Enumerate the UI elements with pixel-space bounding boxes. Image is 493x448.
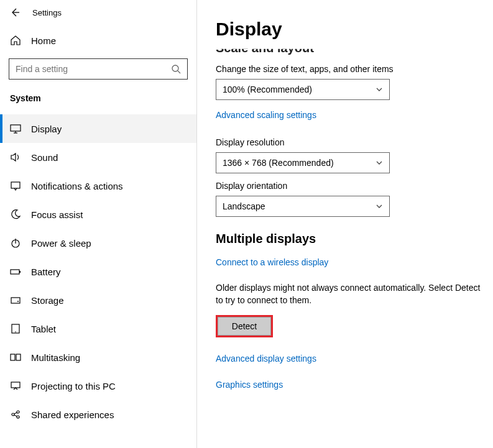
sidebar-item-label: Focus assist [31,209,83,220]
resolution-field-label: Display resolution [216,137,481,147]
sound-icon [10,152,21,163]
app-title: Settings [32,8,62,17]
projecting-icon [10,380,21,391]
page-title: Display [216,19,481,40]
sidebar-item-label: Power & sleep [31,238,91,249]
sidebar-item-shared-experiences[interactable]: Shared experiences [0,400,196,429]
sidebar-item-label: Multitasking [31,352,80,363]
back-arrow-icon[interactable] [10,7,20,17]
sidebar-item-projecting[interactable]: Projecting to this PC [0,372,196,400]
chevron-down-icon [376,203,383,210]
home-label: Home [31,35,56,46]
older-displays-text: Older displays might not always connect … [216,282,481,306]
sidebar-item-battery[interactable]: Battery [0,257,196,286]
sidebar-item-label: Display [31,124,62,134]
svg-line-2 [178,71,180,73]
focus-assist-icon [10,209,21,220]
search-box[interactable] [9,58,188,80]
advanced-display-link[interactable]: Advanced display settings [216,354,316,363]
sidebar-item-label: Tablet [31,324,56,334]
notifications-icon [10,180,21,191]
home-nav[interactable]: Home [0,27,196,53]
search-input[interactable] [16,64,171,74]
svg-point-1 [172,65,178,71]
search-icon [171,64,181,74]
tablet-icon [10,323,21,334]
scale-select-value: 100% (Recommended) [223,85,312,94]
sidebar-item-label: Shared experiences [31,409,114,420]
chevron-down-icon [376,159,383,167]
home-icon [10,35,21,46]
detect-button[interactable]: Detect [218,317,271,336]
sidebar-item-label: Battery [31,267,61,277]
sidebar-item-sound[interactable]: Sound [0,143,196,171]
resolution-select-value: 1366 × 768 (Recommended) [223,158,334,168]
svg-rect-15 [11,354,15,360]
svg-rect-17 [11,382,20,388]
svg-point-19 [17,411,19,413]
graphics-settings-link[interactable]: Graphics settings [216,380,283,390]
sidebar-item-multitasking[interactable]: Multitasking [0,343,196,372]
shared-icon [10,409,21,420]
sidebar-item-display[interactable]: Display [0,114,196,143]
sidebar: Settings Home System Display Sound [0,0,196,448]
scale-field-label: Change the size of text, apps, and other… [216,64,481,74]
svg-point-12 [17,301,19,302]
svg-point-14 [15,331,16,332]
resolution-select[interactable]: 1366 × 768 (Recommended) [216,152,390,173]
header-bar: Settings [0,4,196,24]
detect-button-highlight: Detect [216,315,273,337]
scale-select[interactable]: 100% (Recommended) [216,79,390,100]
advanced-scaling-link[interactable]: Advanced scaling settings [216,110,316,120]
svg-point-18 [12,413,14,416]
sidebar-item-label: Sound [31,152,58,163]
svg-rect-6 [11,182,20,188]
sidebar-item-focus-assist[interactable]: Focus assist [0,200,196,229]
svg-rect-3 [11,125,21,131]
orientation-field-label: Display orientation [216,181,481,191]
scale-layout-heading: Scale and layout [216,41,481,55]
svg-point-20 [17,416,19,418]
multiple-displays-heading: Multiple displays [216,232,481,246]
sidebar-item-label: Projecting to this PC [31,381,116,391]
svg-line-21 [14,413,17,414]
nav-list: Display Sound Notifications & actions Fo… [0,114,196,429]
multitasking-icon [10,352,21,363]
svg-rect-11 [11,298,20,303]
sidebar-item-tablet[interactable]: Tablet [0,314,196,343]
sidebar-item-label: Storage [31,295,64,306]
storage-icon [10,295,21,306]
orientation-select[interactable]: Landscape [216,196,390,217]
sidebar-item-notifications[interactable]: Notifications & actions [0,171,196,200]
orientation-select-value: Landscape [223,201,265,211]
sidebar-item-storage[interactable]: Storage [0,286,196,314]
display-icon [10,123,21,134]
chevron-down-icon [376,86,383,93]
sidebar-item-label: Notifications & actions [31,181,123,191]
svg-rect-16 [16,354,21,360]
svg-rect-9 [11,270,19,274]
battery-icon [10,266,21,277]
connect-wireless-link[interactable]: Connect to a wireless display [216,257,328,267]
sidebar-item-power-sleep[interactable]: Power & sleep [0,229,196,257]
svg-rect-10 [19,271,21,273]
power-icon [10,237,21,249]
main-content: Display Scale and layout Change the size… [197,0,493,448]
svg-line-22 [14,415,17,416]
category-label: System [0,87,196,109]
